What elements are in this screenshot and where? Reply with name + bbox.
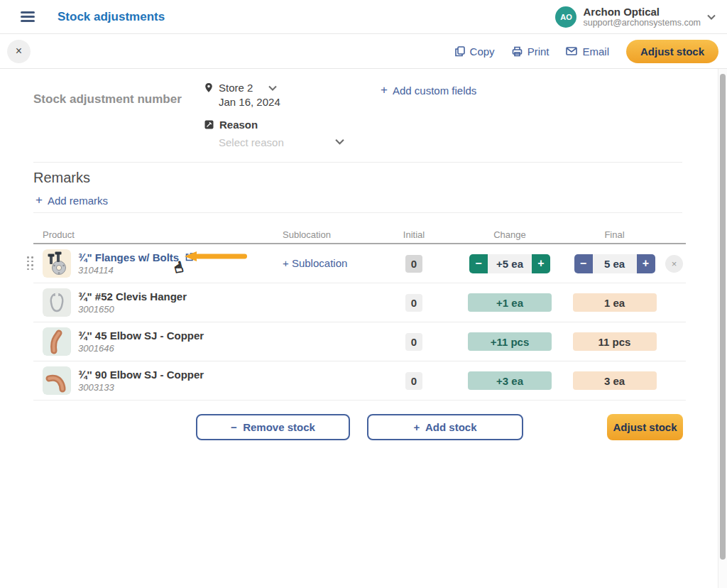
plus-icon: + — [413, 421, 420, 433]
page-title: Stock adjustments — [58, 10, 165, 24]
product-name[interactable]: ¾'' 45 Elbow SJ - Copper — [78, 329, 204, 342]
final-qty-chip[interactable]: 11 pcs — [573, 332, 657, 351]
top-bar: Stock adjustments AO Archon Optical supp… — [0, 0, 727, 34]
copy-icon — [455, 46, 465, 57]
change-qty-chip[interactable]: +11 pcs — [468, 332, 552, 351]
remove-row-button[interactable]: × — [665, 255, 683, 273]
product-image-flanges — [43, 249, 71, 278]
change-qty-chip[interactable]: +1 ea — [468, 293, 552, 312]
avatar: AO — [555, 6, 576, 28]
increment-button[interactable]: + — [532, 254, 550, 273]
product-image-45-elbow — [43, 327, 71, 356]
adjustment-items-table: Product Sublocation Initial Change Final… — [33, 229, 686, 401]
product-name[interactable]: ¾'' 90 Elbow SJ - Copper — [78, 368, 204, 381]
document-toolbar: × Copy Print Email Adjust stock — [0, 34, 727, 69]
location-pin-icon — [204, 82, 213, 93]
product-name[interactable]: ¾" #52 Clevis Hanger — [78, 290, 187, 303]
initial-qty-badge: 0 — [405, 255, 422, 273]
print-icon — [512, 46, 523, 57]
account-email: support@archonsystems.com — [583, 18, 701, 28]
table-row: ¾'' 90 Elbow SJ - Copper 3003133 0 +3 ea… — [33, 361, 686, 401]
print-button[interactable]: Print — [512, 45, 550, 58]
product-sku: 3001650 — [78, 303, 187, 315]
table-row: ¾" Flanges w/ Bolts 3104114 + Sublocatio… — [33, 244, 686, 283]
chevron-down-icon — [268, 85, 277, 91]
product-sku: 3003133 — [78, 381, 204, 393]
initial-qty-badge: 0 — [405, 294, 422, 312]
date-value[interactable]: Jan 16, 2024 — [219, 96, 280, 108]
location-value: Store 2 — [219, 82, 253, 94]
chevron-down-icon — [707, 14, 716, 20]
final-qty-chip[interactable]: 1 ea — [573, 293, 657, 312]
change-qty-chip[interactable]: +3 ea — [468, 371, 552, 390]
product-image-clevis-hanger — [43, 288, 71, 317]
copy-button[interactable]: Copy — [455, 45, 495, 58]
initial-qty-badge: 0 — [405, 333, 422, 351]
increment-button[interactable]: + — [637, 254, 655, 273]
external-link-icon — [185, 253, 194, 261]
decrement-button[interactable]: − — [469, 254, 488, 273]
product-image-90-elbow — [43, 366, 71, 395]
reason-select[interactable]: Select reason — [219, 136, 284, 148]
drag-handle-icon[interactable] — [27, 256, 34, 270]
add-custom-fields-button[interactable]: + Add custom fields — [381, 83, 476, 97]
email-icon — [566, 47, 577, 55]
table-row: ¾'' 45 Elbow SJ - Copper 3001646 0 +11 p… — [33, 322, 686, 361]
reason-note-icon — [204, 120, 214, 129]
chevron-down-icon[interactable] — [335, 138, 344, 145]
column-header-sublocation: Sublocation — [283, 229, 375, 240]
change-qty-value[interactable]: +5 ea — [488, 254, 532, 273]
adjust-stock-button-top[interactable]: Adjust stock — [626, 40, 718, 63]
adjust-stock-button-bottom[interactable]: Adjust stock — [607, 414, 683, 440]
column-header-initial: Initial — [375, 229, 453, 240]
product-name-link[interactable]: ¾" Flanges w/ Bolts — [78, 251, 194, 264]
product-sku: 3104114 — [78, 264, 194, 276]
add-stock-button[interactable]: + Add stock — [367, 414, 523, 440]
minus-icon: − — [231, 421, 237, 433]
account-name: Archon Optical — [583, 6, 701, 18]
final-qty-chip[interactable]: 3 ea — [573, 371, 657, 390]
close-button[interactable]: × — [7, 40, 31, 63]
email-button[interactable]: Email — [566, 45, 609, 58]
final-qty-value[interactable]: 5 ea — [593, 254, 637, 273]
plus-icon: + — [35, 193, 43, 207]
reason-field-label: Reason — [204, 119, 258, 131]
column-header-final: Final — [567, 229, 662, 240]
divider — [33, 162, 682, 163]
main-content: Stock adjustment number Store 2 Jan 16, … — [0, 69, 727, 588]
account-menu[interactable]: AO Archon Optical support@archonsystems.… — [555, 6, 716, 28]
add-sublocation-button[interactable]: + Sublocation — [283, 257, 347, 269]
remove-stock-button[interactable]: − Remove stock — [196, 414, 350, 440]
divider — [33, 212, 682, 213]
scrollbar-track[interactable] — [718, 69, 727, 588]
final-qty-stepper: − 5 ea + — [574, 254, 655, 273]
column-header-change: Change — [453, 229, 567, 240]
hamburger-menu-icon[interactable] — [21, 11, 35, 22]
plus-icon: + — [381, 83, 388, 97]
initial-qty-badge: 0 — [405, 372, 422, 390]
decrement-button[interactable]: − — [574, 254, 593, 273]
change-qty-stepper: − +5 ea + — [469, 254, 550, 273]
reason-label: Reason — [219, 119, 258, 131]
product-sku: 3001646 — [78, 342, 204, 354]
stock-adjustment-number-field[interactable]: Stock adjustment number — [33, 92, 182, 107]
scrollbar-thumb[interactable] — [720, 74, 726, 560]
remarks-heading: Remarks — [33, 170, 90, 186]
table-header: Product Sublocation Initial Change Final — [33, 229, 686, 244]
location-select[interactable]: Store 2 — [204, 82, 277, 94]
add-remarks-button[interactable]: + Add remarks — [35, 193, 108, 207]
table-row: ¾" #52 Clevis Hanger 3001650 0 +1 ea 1 e… — [33, 283, 686, 322]
column-header-product: Product — [33, 229, 283, 240]
